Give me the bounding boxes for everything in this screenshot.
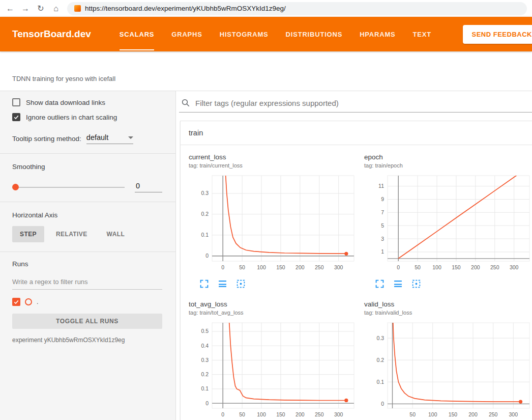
settings-sidebar: Show data download links Ignore outliers… xyxy=(0,91,176,420)
log-scale-icon[interactable] xyxy=(218,279,227,288)
chart-plot[interactable]: 00.10.20.350100150200250300 xyxy=(364,320,532,420)
x-tick-label: 300 xyxy=(334,264,343,270)
y-tick-label: 0.3 xyxy=(201,190,209,196)
chart-actions xyxy=(200,279,362,288)
chart-title: tot_avg_loss xyxy=(189,300,362,308)
x-tick-label: 150 xyxy=(452,264,461,270)
chart-widget: epoch tag: train/epoch 13579110501001502… xyxy=(364,153,532,288)
tab-distributions[interactable]: DISTRIBUTIONS xyxy=(286,17,343,51)
smoothing-value-input[interactable]: 0 xyxy=(135,182,162,192)
chart-widget: current_loss tag: train/current_loss 00.… xyxy=(189,153,362,288)
url-input[interactable] xyxy=(85,5,520,12)
x-tick-label: 150 xyxy=(276,264,285,270)
log-scale-icon[interactable] xyxy=(394,279,402,288)
y-tick-label: 0.5 xyxy=(201,328,209,334)
smoothing-label: Smoothing xyxy=(12,163,162,171)
x-tick-label: 250 xyxy=(315,411,324,417)
y-tick-label: 1 xyxy=(381,248,384,255)
train-group-header[interactable]: train xyxy=(181,121,532,145)
tab-histograms[interactable]: HISTOGRAMS xyxy=(220,17,269,51)
tab-scalars[interactable]: SCALARS xyxy=(120,17,154,51)
tab-hparams[interactable]: HPARAMS xyxy=(360,17,395,51)
tag-filter-input[interactable] xyxy=(195,99,532,107)
x-tick-label: 100 xyxy=(428,411,437,417)
chart-tag: tag: train/tot_avg_loss xyxy=(189,310,362,316)
axis-step-button[interactable]: STEP xyxy=(12,226,44,242)
address-bar[interactable] xyxy=(67,2,527,15)
tooltip-sorting-label: Tooltip sorting method: xyxy=(12,135,81,143)
chart-plot[interactable]: 1357911050100150200250300 xyxy=(364,173,532,274)
horizontal-axis-label: Horizontal Axis xyxy=(12,211,162,219)
send-feedback-button[interactable]: SEND FEEDBACK xyxy=(463,25,532,44)
chart-plot[interactable]: 00.10.20.30.40.5050100150200250300 xyxy=(189,320,357,420)
x-tick-label: 50 xyxy=(239,411,245,417)
show-download-links-checkbox[interactable]: Show data download links xyxy=(12,98,162,106)
final-value-dot xyxy=(344,252,348,256)
axis-relative-button[interactable]: RELATIVE xyxy=(48,226,95,242)
final-value-dot xyxy=(519,400,522,403)
plot-area xyxy=(388,176,529,261)
expand-chart-icon[interactable] xyxy=(375,279,384,288)
ignore-outliers-label: Ignore outliers in chart scaling xyxy=(26,114,117,121)
smoothing-slider[interactable] xyxy=(12,187,125,188)
y-tick-label: 0.1 xyxy=(376,379,384,385)
y-tick-label: 3 xyxy=(381,236,384,242)
forward-icon[interactable]: → xyxy=(18,4,33,13)
run-item[interactable]: . xyxy=(12,298,162,306)
plot-area xyxy=(212,176,354,261)
x-tick-label: 50 xyxy=(239,264,245,270)
x-tick-label: 200 xyxy=(468,411,478,417)
x-tick-label: 100 xyxy=(432,264,441,270)
runs-filter-input[interactable] xyxy=(12,273,162,290)
x-tick-label: 300 xyxy=(510,264,519,270)
x-tick-label: 0 xyxy=(397,264,400,270)
run-checkbox-icon xyxy=(12,298,20,306)
x-tick-label: 300 xyxy=(334,411,343,417)
main-content: train current_loss tag: train/current_lo… xyxy=(176,91,532,420)
y-tick-label: 0.1 xyxy=(201,385,209,391)
y-tick-label: 0 xyxy=(205,400,209,406)
y-tick-label: 0.4 xyxy=(201,343,209,349)
experiment-description: TDNN training for yesno with icefall xyxy=(12,75,115,82)
app-logo: TensorBoard.dev xyxy=(12,29,91,40)
experiment-description-bar: TDNN training for yesno with icefall xyxy=(0,51,532,91)
fit-domain-icon[interactable] xyxy=(237,279,245,288)
x-tick-label: 50 xyxy=(415,264,421,270)
x-tick-label: 250 xyxy=(315,264,324,270)
reload-icon[interactable]: ↻ xyxy=(34,4,48,13)
plot-area xyxy=(212,323,354,408)
ignore-outliers-checkbox[interactable]: Ignore outliers in chart scaling xyxy=(12,113,162,121)
chart-plot[interactable]: 00.10.20.3050100150200250300 xyxy=(189,173,357,274)
expand-chart-icon[interactable] xyxy=(200,279,209,288)
x-tick-label: 100 xyxy=(257,411,266,417)
nav-tabs: SCALARS GRAPHS HISTOGRAMS DISTRIBUTIONS … xyxy=(120,17,431,51)
checkbox-unchecked-icon xyxy=(12,98,20,106)
tooltip-sorting-select[interactable]: default xyxy=(86,133,133,144)
tab-text[interactable]: TEXT xyxy=(412,17,431,51)
search-icon xyxy=(181,98,190,107)
x-tick-label: 200 xyxy=(471,264,480,270)
plot-area xyxy=(388,323,529,408)
y-tick-label: 0.3 xyxy=(201,357,209,363)
home-icon[interactable]: ⌂ xyxy=(49,4,63,13)
chart-title: valid_loss xyxy=(364,300,532,308)
chart-widget: valid_loss tag: train/valid_loss 00.10.2… xyxy=(364,300,532,420)
tooltip-sorting-row: Tooltip sorting method: default xyxy=(12,133,162,144)
x-tick-label: 0 xyxy=(221,411,224,417)
toggle-all-runs-button[interactable]: TOGGLE ALL RUNS xyxy=(12,314,162,329)
tab-graphs[interactable]: GRAPHS xyxy=(171,17,202,51)
back-icon[interactable]: ← xyxy=(3,4,17,13)
fit-domain-icon[interactable] xyxy=(412,279,421,288)
app-header: TensorBoard.dev SCALARS GRAPHS HISTOGRAM… xyxy=(0,17,532,51)
y-tick-label: 0.2 xyxy=(376,357,384,363)
browser-toolbar: ← → ↻ ⌂ xyxy=(0,0,532,17)
y-tick-label: 0.2 xyxy=(201,371,209,377)
charts-grid: current_loss tag: train/current_loss 00.… xyxy=(181,145,532,420)
slider-knob[interactable] xyxy=(12,184,19,190)
train-group-title: train xyxy=(189,129,203,137)
tag-filter xyxy=(179,91,532,113)
x-tick-label: 150 xyxy=(276,411,285,417)
chart-title: current_loss xyxy=(189,153,362,161)
y-tick-label: 9 xyxy=(381,196,384,202)
axis-wall-button[interactable]: WALL xyxy=(99,226,133,242)
